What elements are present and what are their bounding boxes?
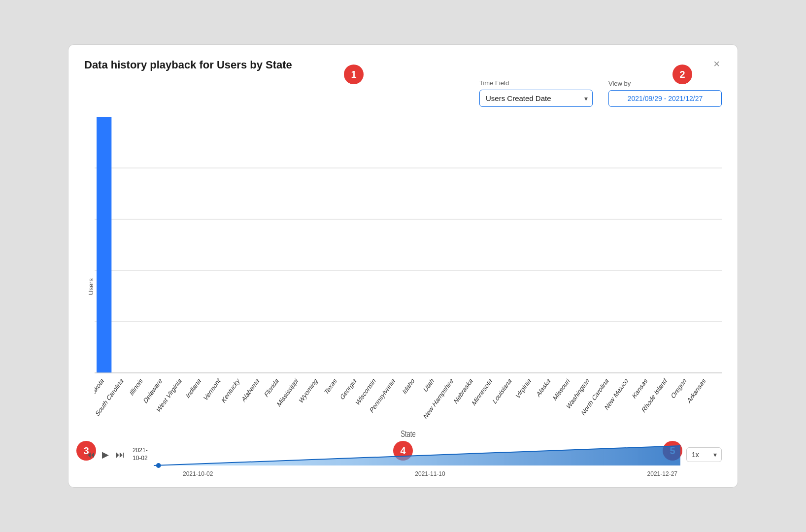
- time-field-select-wrapper: Users Created Date Last Login Date Updat…: [479, 90, 593, 107]
- timeline-end-label: 2021-12-27: [647, 470, 677, 477]
- svg-text:Alaska: Alaska: [536, 376, 552, 399]
- chart-svg-container: 1 0.8 0.6 0.4 0.2 0 South Dakota South C…: [95, 117, 722, 437]
- view-by-label: View by: [608, 80, 722, 87]
- svg-text:Minnesota: Minnesota: [471, 376, 493, 407]
- time-field-select[interactable]: Users Created Date Last Login Date Updat…: [479, 90, 593, 107]
- svg-text:Kentucky: Kentucky: [221, 376, 241, 405]
- svg-text:Florida: Florida: [264, 376, 280, 399]
- svg-text:Indiana: Indiana: [185, 376, 202, 400]
- view-by-group: View by 2021/09/29 - 2021/12/27: [608, 80, 722, 107]
- dialog: Data history playback for Users by State…: [68, 44, 738, 488]
- current-date-label: 2021- 10-02: [133, 447, 148, 462]
- svg-text:Mississippi: Mississippi: [276, 376, 299, 408]
- svg-text:Idaho: Idaho: [402, 376, 415, 396]
- timeline-x-labels: 2021-10-02 2021-11-10 2021-12-27: [84, 470, 722, 477]
- playback-row: ⏮ ▶ ⏭ 2021- 10-02: [84, 441, 722, 468]
- timeline-track[interactable]: [154, 441, 680, 468]
- badge-1: 1: [344, 65, 364, 84]
- badge-2: 2: [672, 65, 692, 84]
- time-field-label: Time Field: [479, 79, 593, 87]
- play-button[interactable]: ▶: [100, 448, 111, 461]
- svg-text:Louisiana: Louisiana: [492, 376, 513, 406]
- timeline-section: 3 4 5 ⏮ ▶ ⏭ 2021- 10-02: [84, 441, 722, 477]
- svg-text:Georgia: Georgia: [339, 376, 358, 402]
- svg-text:Alabama: Alabama: [240, 376, 260, 404]
- svg-text:Vermont: Vermont: [202, 376, 221, 402]
- svg-rect-12: [97, 117, 111, 373]
- rewind-fast-button[interactable]: ⏮: [84, 449, 97, 461]
- svg-text:Texas: Texas: [324, 376, 338, 397]
- playback-controls: ⏮ ▶ ⏭: [84, 448, 127, 461]
- chart-area: Users 1 0.8 0.6 0.4 0.2 0: [84, 117, 722, 437]
- chart-wrapper: Users 1 0.8 0.6 0.4 0.2 0: [84, 117, 722, 437]
- svg-text:Utah: Utah: [422, 376, 435, 394]
- dialog-title: Data history playback for Users by State: [84, 59, 292, 71]
- svg-text:Virginia: Virginia: [515, 376, 532, 400]
- close-button[interactable]: ×: [711, 59, 722, 69]
- svg-text:Illinois: Illinois: [129, 376, 144, 398]
- y-axis-label: Users: [84, 117, 95, 437]
- controls-row: 1 2 Time Field Users Created Date Last L…: [84, 79, 722, 107]
- speed-select[interactable]: 0.5x 1x 2x 4x: [686, 447, 722, 462]
- speed-select-wrapper: 0.5x 1x 2x 4x ▾: [686, 447, 722, 462]
- svg-text:Missouri: Missouri: [552, 376, 571, 402]
- time-field-group: Time Field Users Created Date Last Login…: [479, 79, 593, 107]
- svg-text:Wyoming: Wyoming: [298, 376, 318, 405]
- date-range-button[interactable]: 2021/09/29 - 2021/12/27: [608, 90, 722, 107]
- timeline-mid-label: 2021-11-10: [415, 470, 445, 477]
- svg-text:Oregon: Oregon: [670, 376, 687, 400]
- forward-fast-button[interactable]: ⏭: [114, 449, 127, 461]
- timeline-start-label: 2021-10-02: [183, 470, 213, 477]
- svg-point-49: [156, 463, 161, 468]
- dialog-header: Data history playback for Users by State…: [84, 59, 722, 71]
- svg-text:Kansas: Kansas: [631, 376, 648, 400]
- svg-text:State: State: [401, 429, 416, 437]
- svg-text:Arkansas: Arkansas: [686, 376, 707, 405]
